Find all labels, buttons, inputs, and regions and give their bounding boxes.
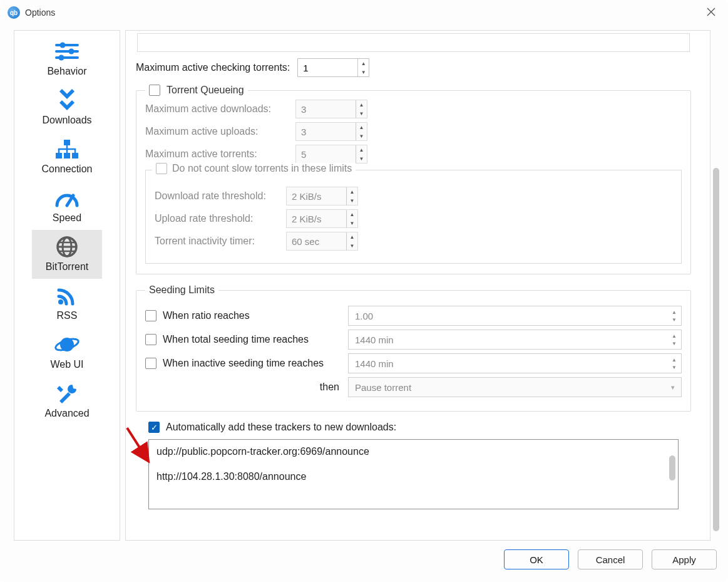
settings-panel: Maximum active checking torrents: ▲▼ Tor… bbox=[125, 30, 710, 541]
then-label: then bbox=[145, 382, 339, 393]
window-title: Options bbox=[25, 8, 55, 18]
ul-thresh-input bbox=[287, 210, 346, 227]
queueing-checkbox[interactable] bbox=[149, 85, 160, 96]
dl-thresh-input bbox=[287, 187, 346, 205]
svg-point-3 bbox=[60, 43, 66, 48]
max-checking-spinner[interactable]: ▲▼ bbox=[297, 58, 369, 77]
textarea-scrollbar[interactable] bbox=[669, 455, 675, 481]
svg-point-15 bbox=[58, 299, 63, 304]
inact-input bbox=[287, 232, 346, 250]
dl-thresh-label: Download rate threshold: bbox=[155, 190, 280, 202]
then-action-select: Pause torrent▾ bbox=[348, 377, 682, 397]
planet-icon bbox=[53, 333, 81, 356]
download-icon bbox=[53, 88, 81, 112]
sidebar-item-downloads[interactable]: Downloads bbox=[14, 83, 120, 132]
sidebar-item-webui[interactable]: Web UI bbox=[14, 328, 120, 377]
app-icon: qb bbox=[8, 6, 20, 19]
spinner-arrows: ▲▼ bbox=[346, 210, 357, 227]
max-ul-spinner: ▲▼ bbox=[295, 122, 367, 141]
sidebar-item-label: Web UI bbox=[50, 359, 83, 370]
sidebar-item-behavior[interactable]: Behavior bbox=[14, 34, 120, 83]
spinner-arrows: ▲▼ bbox=[356, 100, 367, 118]
spinner-arrows: ▲▼ bbox=[346, 232, 357, 250]
options-window: qb Options Behavior Downloads bbox=[0, 0, 728, 582]
max-dl-spinner: ▲▼ bbox=[295, 100, 367, 118]
ratio-label: When ratio reaches bbox=[163, 310, 250, 321]
scrollbar-thumb[interactable] bbox=[713, 168, 719, 531]
gauge-icon bbox=[53, 186, 81, 210]
svg-line-18 bbox=[127, 428, 147, 459]
spinner-arrows[interactable]: ▲▼ bbox=[357, 59, 369, 76]
seeding-group-label: Seeding Limits bbox=[145, 284, 218, 296]
slow-checkbox bbox=[156, 163, 167, 174]
max-dl-label: Maximum active downloads: bbox=[145, 103, 289, 115]
svg-rect-9 bbox=[72, 153, 78, 158]
max-ul-input bbox=[296, 123, 356, 140]
seeding-limits-group: Seeding Limits When ratio reaches 1.00▲▼… bbox=[136, 284, 691, 412]
ratio-checkbox[interactable] bbox=[145, 310, 156, 321]
dl-thresh-spinner: ▲▼ bbox=[286, 187, 358, 205]
tracker-line: udp://public.popcorn-tracker.org:6969/an… bbox=[156, 446, 665, 457]
inactivetime-input: 1440 min▲▼ bbox=[348, 353, 682, 373]
tools-icon bbox=[53, 382, 81, 405]
totaltime-label: When total seeding time reaches bbox=[163, 334, 309, 345]
sidebar-item-rss[interactable]: RSS bbox=[14, 279, 120, 328]
sidebar-item-label: Downloads bbox=[42, 115, 91, 126]
queueing-group-label: Torrent Queueing bbox=[167, 85, 244, 96]
max-tor-input bbox=[296, 145, 356, 163]
max-dl-input bbox=[296, 100, 356, 118]
sidebar-item-label: Connection bbox=[42, 164, 93, 175]
sidebar-item-label: Advanced bbox=[44, 408, 89, 419]
sidebar-item-bittorrent[interactable]: BitTorrent bbox=[32, 230, 102, 279]
sliders-icon bbox=[53, 39, 81, 63]
spinner-arrows: ▲▼ bbox=[356, 145, 367, 163]
cancel-button[interactable]: Cancel bbox=[578, 549, 643, 569]
svg-point-4 bbox=[69, 49, 74, 55]
sidebar-item-label: BitTorrent bbox=[46, 261, 88, 273]
sidebar-item-connection[interactable]: Connection bbox=[14, 132, 120, 181]
totaltime-checkbox[interactable] bbox=[145, 334, 156, 345]
inact-spinner: ▲▼ bbox=[286, 232, 358, 251]
max-checking-input[interactable] bbox=[298, 59, 357, 76]
sidebar-item-label: Behavior bbox=[47, 66, 86, 77]
ratio-input: 1.00▲▼ bbox=[348, 306, 682, 326]
titlebar: qb Options bbox=[0, 0, 728, 25]
max-tor-label: Maximum active torrents: bbox=[145, 148, 289, 160]
ul-thresh-spinner: ▲▼ bbox=[286, 209, 358, 228]
ul-thresh-label: Upload rate threshold: bbox=[155, 213, 280, 224]
svg-rect-7 bbox=[56, 153, 62, 158]
spinner-arrows: ▲▼ bbox=[356, 123, 367, 140]
apply-button[interactable]: Apply bbox=[652, 549, 717, 569]
auto-trackers-label: Automatically add these trackers to new … bbox=[166, 422, 396, 433]
inactivetime-checkbox[interactable] bbox=[145, 358, 156, 369]
auto-trackers-checkbox[interactable]: ✓ bbox=[148, 422, 160, 433]
tracker-line: http://104.28.1.30:8080/announce bbox=[156, 471, 665, 482]
settings-sidebar: Behavior Downloads Connection Speed bbox=[14, 30, 120, 541]
auto-trackers-textarea[interactable]: udp://public.popcorn-tracker.org:6969/an… bbox=[148, 439, 679, 509]
sidebar-item-speed[interactable]: Speed bbox=[14, 181, 120, 230]
max-tor-spinner: ▲▼ bbox=[295, 145, 367, 164]
inact-label: Torrent inactivity timer: bbox=[155, 236, 280, 247]
sidebar-item-advanced[interactable]: Advanced bbox=[14, 377, 120, 425]
network-icon bbox=[53, 137, 81, 161]
svg-rect-8 bbox=[64, 153, 70, 158]
sidebar-item-label: Speed bbox=[53, 212, 81, 224]
rss-icon bbox=[53, 284, 81, 308]
totaltime-input: 1440 min▲▼ bbox=[348, 330, 682, 350]
close-icon[interactable] bbox=[702, 4, 720, 22]
dialog-footer: OK Cancel Apply bbox=[0, 543, 728, 582]
chevron-down-icon: ▾ bbox=[671, 383, 675, 392]
globe-icon bbox=[53, 235, 81, 259]
sidebar-item-label: RSS bbox=[57, 310, 78, 321]
max-ul-label: Maximum active uploads: bbox=[145, 126, 289, 137]
max-checking-label: Maximum active checking torrents: bbox=[136, 62, 290, 73]
slow-torrents-group: Do not count slow torrents in these limi… bbox=[145, 170, 682, 264]
svg-rect-6 bbox=[64, 140, 70, 145]
queueing-group: Torrent Queueing Maximum active download… bbox=[136, 85, 691, 274]
svg-point-5 bbox=[59, 55, 64, 61]
slow-group-label: Do not count slow torrents in these limi… bbox=[172, 163, 352, 174]
panel-scrollbar[interactable] bbox=[710, 30, 722, 541]
tracker-line bbox=[156, 457, 665, 471]
inactivetime-label: When inactive seeding time reaches bbox=[163, 358, 324, 369]
ok-button[interactable]: OK bbox=[504, 549, 569, 569]
